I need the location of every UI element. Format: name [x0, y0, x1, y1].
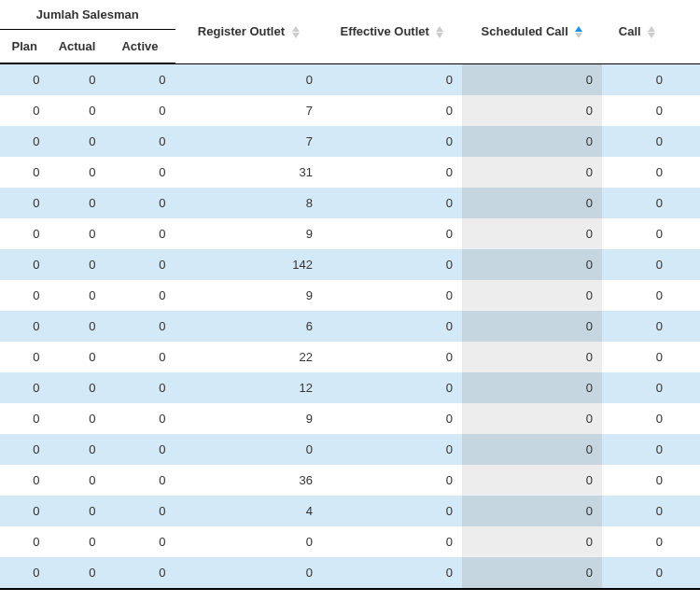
- column-header-scheduled-call[interactable]: Scheduled Call: [462, 0, 602, 63]
- cell-scheduled: 0: [462, 557, 602, 589]
- column-header-label: Register Outlet: [198, 24, 285, 38]
- table-row: 00012000: [0, 372, 700, 403]
- cell-register: 7: [175, 95, 323, 126]
- column-group-jumlah-salesman: Jumlah Salesman: [0, 0, 175, 30]
- cell-active: 0: [105, 372, 175, 403]
- cell-spacer: [672, 465, 700, 496]
- cell-active: 0: [105, 403, 175, 434]
- cell-actual: 0: [49, 95, 105, 126]
- column-header-call[interactable]: Call: [602, 0, 672, 63]
- table-row: 0004000: [0, 496, 700, 526]
- cell-scheduled: 0: [462, 280, 602, 311]
- cell-spacer: [672, 526, 700, 557]
- cell-register: 12: [175, 372, 323, 403]
- table-row: 0009000: [0, 218, 700, 249]
- cell-spacer: [672, 218, 700, 249]
- cell-register: 0: [175, 557, 323, 589]
- column-header-actual[interactable]: Actual: [49, 30, 105, 64]
- cell-register: 7: [175, 126, 323, 157]
- cell-call: 0: [602, 557, 672, 589]
- column-header-next[interactable]: [672, 0, 700, 63]
- cell-active: 0: [105, 465, 175, 496]
- cell-call: 0: [602, 63, 672, 95]
- cell-plan: 0: [0, 403, 49, 434]
- table-row: 0009000: [0, 403, 700, 434]
- cell-call: 0: [602, 157, 672, 188]
- sort-icon: [436, 26, 443, 38]
- cell-call: 0: [602, 434, 672, 465]
- cell-actual: 0: [49, 434, 105, 465]
- cell-active: 0: [105, 188, 175, 218]
- total-active: 0: [105, 589, 175, 602]
- table-row: 00022000: [0, 342, 700, 372]
- cell-active: 0: [105, 95, 175, 126]
- cell-actual: 0: [49, 342, 105, 372]
- cell-plan: 0: [0, 280, 49, 311]
- cell-effective: 0: [322, 342, 462, 372]
- cell-register: 9: [175, 218, 323, 249]
- cell-effective: 0: [322, 157, 462, 188]
- cell-scheduled: 0: [462, 218, 602, 249]
- cell-call: 0: [602, 496, 672, 526]
- svg-marker-5: [575, 33, 582, 38]
- cell-spacer: [672, 496, 700, 526]
- column-header-label: Call: [619, 24, 641, 38]
- table-row: 0006000: [0, 311, 700, 342]
- cell-actual: 0: [49, 372, 105, 403]
- table-row: 000142000: [0, 249, 700, 280]
- column-header-plan[interactable]: Plan: [0, 30, 49, 64]
- cell-call: 0: [602, 526, 672, 557]
- cell-scheduled: 0: [462, 342, 602, 372]
- cell-call: 0: [602, 249, 672, 280]
- cell-effective: 0: [322, 496, 462, 526]
- cell-plan: 0: [0, 342, 49, 372]
- cell-effective: 0: [322, 95, 462, 126]
- cell-effective: 0: [322, 372, 462, 403]
- cell-scheduled: 0: [462, 403, 602, 434]
- cell-spacer: [672, 157, 700, 188]
- cell-register: 6: [175, 311, 323, 342]
- cell-scheduled: 0: [462, 249, 602, 280]
- cell-plan: 0: [0, 126, 49, 157]
- column-header-active[interactable]: Active: [105, 30, 175, 64]
- cell-spacer: [672, 434, 700, 465]
- cell-register: 142: [175, 249, 323, 280]
- cell-call: 0: [602, 342, 672, 372]
- cell-active: 0: [105, 249, 175, 280]
- cell-spacer: [672, 280, 700, 311]
- svg-marker-1: [292, 33, 300, 38]
- cell-call: 0: [602, 372, 672, 403]
- cell-actual: 0: [49, 188, 105, 218]
- cell-plan: 0: [0, 557, 49, 589]
- cell-scheduled: 0: [462, 465, 602, 496]
- cell-plan: 0: [0, 311, 49, 342]
- cell-effective: 0: [322, 557, 462, 589]
- cell-active: 0: [105, 434, 175, 465]
- table-row: 0008000: [0, 188, 700, 218]
- cell-call: 0: [602, 403, 672, 434]
- cell-call: 0: [602, 311, 672, 342]
- cell-plan: 0: [0, 188, 49, 218]
- totals-row: 0 0 0 302 0 0 0: [0, 589, 700, 602]
- cell-call: 0: [602, 280, 672, 311]
- cell-plan: 0: [0, 496, 49, 526]
- cell-spacer: [672, 249, 700, 280]
- column-header-effective-outlet[interactable]: Effective Outlet: [322, 0, 462, 63]
- column-header-label: Scheduled Call: [482, 24, 568, 38]
- svg-marker-2: [436, 26, 443, 32]
- cell-effective: 0: [322, 465, 462, 496]
- total-plan: 0: [0, 589, 49, 602]
- table-row: 0000000: [0, 526, 700, 557]
- cell-plan: 0: [0, 465, 49, 496]
- column-header-register-outlet[interactable]: Register Outlet: [175, 0, 323, 63]
- cell-plan: 0: [0, 95, 49, 126]
- total-call: 0: [602, 589, 672, 602]
- cell-spacer: [672, 188, 700, 218]
- cell-active: 0: [105, 311, 175, 342]
- cell-effective: 0: [322, 403, 462, 434]
- cell-actual: 0: [49, 280, 105, 311]
- cell-scheduled: 0: [462, 95, 602, 126]
- salesman-table: Jumlah Salesman Register Outlet Effectiv…: [0, 0, 700, 602]
- table-row: 0000000: [0, 434, 700, 465]
- cell-active: 0: [105, 157, 175, 188]
